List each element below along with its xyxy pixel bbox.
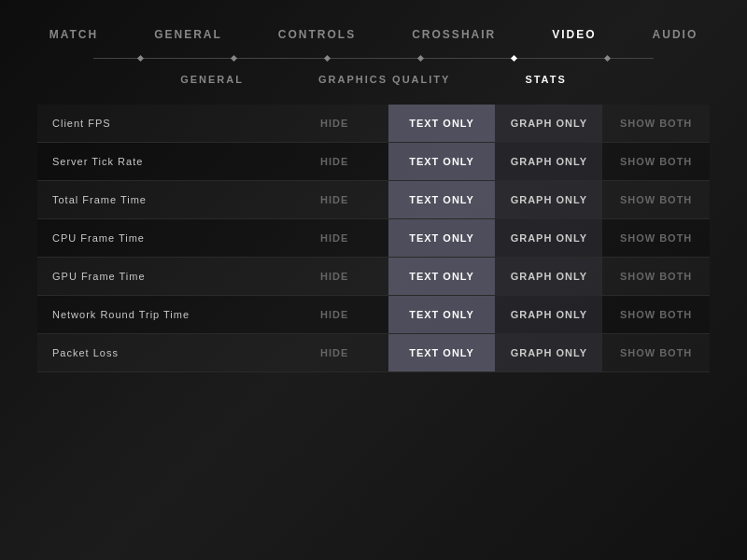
row-label: GPU Frame Time — [37, 258, 281, 296]
row-label: Server Tick Rate — [37, 143, 281, 181]
option-text_only[interactable]: Text Only — [388, 181, 496, 219]
main-nav: MATCH GENERAL CONTROLS CROSSHAIR VIDEO A… — [0, 0, 747, 58]
option-text_only[interactable]: Text Only — [388, 334, 496, 372]
option-show_both[interactable]: Show Both — [602, 258, 710, 296]
option-hide[interactable]: Hide — [281, 181, 388, 219]
option-hide[interactable]: Hide — [281, 143, 388, 181]
nav-general[interactable]: GENERAL — [154, 28, 222, 49]
option-hide[interactable]: Hide — [281, 296, 388, 334]
table-row: Packet LossHideText OnlyGraph OnlyShow B… — [37, 334, 710, 372]
option-show_both[interactable]: Show Both — [602, 334, 710, 372]
option-show_both[interactable]: Show Both — [602, 143, 710, 181]
option-graph_only[interactable]: Graph Only — [495, 258, 602, 296]
row-label: Client FPS — [37, 105, 281, 143]
option-hide[interactable]: Hide — [281, 334, 388, 372]
table-row: GPU Frame TimeHideText OnlyGraph OnlySho… — [37, 258, 710, 296]
table-row: Total Frame TimeHideText OnlyGraph OnlyS… — [37, 181, 710, 219]
option-hide[interactable]: Hide — [281, 219, 388, 258]
subnav-stats[interactable]: STATS — [487, 68, 603, 91]
table-row: Client FPSHideText OnlyGraph OnlyShow Bo… — [37, 105, 710, 143]
subnav-graphics[interactable]: GRAPHICS QUALITY — [281, 68, 487, 91]
row-label: Total Frame Time — [37, 181, 281, 219]
option-graph_only[interactable]: Graph Only — [495, 105, 602, 143]
option-graph_only[interactable]: Graph Only — [495, 143, 602, 181]
option-text_only[interactable]: Text Only — [388, 296, 496, 334]
option-show_both[interactable]: Show Both — [602, 105, 710, 143]
option-graph_only[interactable]: Graph Only — [495, 296, 602, 334]
option-hide[interactable]: Hide — [281, 258, 388, 296]
nav-match[interactable]: MATCH — [49, 28, 98, 49]
table-row: CPU Frame TimeHideText OnlyGraph OnlySho… — [37, 219, 710, 258]
option-text_only[interactable]: Text Only — [388, 219, 496, 258]
option-show_both[interactable]: Show Both — [602, 181, 710, 219]
table-row: Server Tick RateHideText OnlyGraph OnlyS… — [37, 143, 710, 181]
option-graph_only[interactable]: Graph Only — [495, 181, 602, 219]
option-text_only[interactable]: Text Only — [388, 105, 496, 143]
option-text_only[interactable]: Text Only — [388, 258, 496, 296]
stats-table: Client FPSHideText OnlyGraph OnlyShow Bo… — [37, 105, 710, 372]
nav-video[interactable]: VIDEO — [552, 28, 596, 49]
option-show_both[interactable]: Show Both — [602, 296, 710, 334]
row-label: CPU Frame Time — [37, 219, 281, 258]
nav-line — [93, 58, 654, 59]
option-graph_only[interactable]: Graph Only — [495, 219, 602, 258]
option-text_only[interactable]: Text Only — [388, 143, 496, 181]
nav-line-container — [0, 58, 747, 59]
nav-audio[interactable]: AUDIO — [653, 28, 698, 49]
subnav-general[interactable]: GENERAL — [143, 68, 281, 91]
row-label: Packet Loss — [37, 334, 281, 372]
sub-nav: GENERAL GRAPHICS QUALITY STATS — [0, 68, 747, 91]
option-graph_only[interactable]: Graph Only — [495, 334, 602, 372]
nav-crosshair[interactable]: CROSSHAIR — [412, 28, 496, 49]
content-area: Client FPSHideText OnlyGraph OnlyShow Bo… — [37, 105, 710, 372]
row-label: Network Round Trip Time — [37, 296, 281, 334]
table-row: Network Round Trip TimeHideText OnlyGrap… — [37, 296, 710, 334]
nav-controls[interactable]: CONTROLS — [278, 28, 356, 49]
option-hide[interactable]: Hide — [281, 105, 388, 143]
option-show_both[interactable]: Show Both — [602, 219, 710, 258]
